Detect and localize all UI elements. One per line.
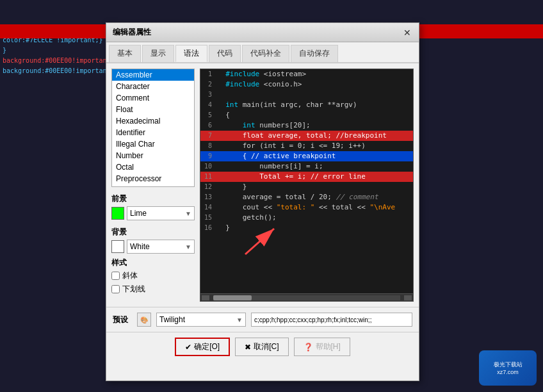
background-row: White ▼: [111, 240, 195, 254]
line-number: 3: [200, 90, 215, 100]
line-number: 9: [200, 151, 215, 161]
tab-bar: 基本 显示 语法 代码 代码补全 自动保存: [106, 42, 419, 63]
code-line-5: 5 {: [200, 110, 413, 120]
line-number: 11: [200, 172, 215, 182]
cancel-icon: ✖: [245, 343, 251, 352]
line-number: 1: [200, 69, 215, 79]
help-icon: ❓: [304, 343, 313, 352]
preset-extensions: c;cpp;h;hpp;cc;cxx;cp;hp;rh;fx;inl;tcc;w…: [254, 316, 371, 323]
list-item-octal[interactable]: Octal: [112, 161, 194, 173]
foreground-dropdown-value: Lime: [130, 209, 147, 218]
background-label: 背景: [111, 227, 195, 238]
preset-dropdown-value: Twilight: [159, 315, 185, 324]
code-scrollbar[interactable]: [200, 293, 413, 301]
tab-code[interactable]: 代码: [209, 45, 241, 62]
ok-button[interactable]: ✔ 确定[O]: [175, 338, 230, 356]
line-number: 4: [200, 100, 215, 110]
editor-properties-dialog: 编辑器属性 ✕ 基本 显示 语法 代码 代码补全 自动保存 Assembler …: [106, 22, 419, 381]
list-item-illegal-char[interactable]: Illegal Char: [112, 138, 194, 150]
code-line-7: 7 float average, total; //breakpoint: [200, 131, 413, 141]
code-line-10: 10 numbers[i] = i;: [200, 161, 413, 172]
dialog-titlebar: 编辑器属性 ✕: [106, 23, 419, 42]
code-preview-panel: 1 #include <iostream>2 #include <conio.h…: [200, 69, 414, 302]
list-item-number[interactable]: Number: [112, 150, 194, 161]
underline-checkbox[interactable]: [111, 285, 120, 293]
preset-icon: 🎨: [137, 313, 151, 327]
line-content: Total += i; // error line: [215, 172, 413, 182]
foreground-color-box: [111, 207, 124, 220]
line-content: cout << "total: " << total << "\nAve: [215, 202, 413, 213]
preset-extensions-box: c;cpp;h;hpp;cc;cxx;cp;hp;rh;fx;inl;tcc;w…: [251, 313, 412, 327]
tab-display[interactable]: 显示: [142, 45, 174, 62]
scroll-thumb[interactable]: [213, 295, 252, 300]
tab-autosave[interactable]: 自动保存: [291, 45, 338, 62]
line-number: 5: [200, 110, 215, 120]
underline-row: 下划线: [111, 284, 195, 295]
italic-label: 斜体: [122, 270, 138, 281]
code-line-4: 4 int main(int argc, char **argv): [200, 100, 413, 110]
background-dropdown-value: White: [130, 242, 150, 251]
line-number: 13: [200, 192, 215, 202]
code-line-8: 8 for (int i = 0; i <= 19; i++): [200, 141, 413, 151]
line-number: 6: [200, 120, 215, 131]
code-line-14: 14 cout << "total: " << total << "\nAve: [200, 202, 413, 213]
line-content: numbers[i] = i;: [215, 161, 413, 172]
list-item-reserved-word[interactable]: Reserved Word: [112, 184, 194, 187]
italic-row: 斜体: [111, 270, 195, 281]
dialog-close-button[interactable]: ✕: [402, 28, 412, 38]
syntax-type-panel: Assembler Character Comment Float Hexade…: [111, 69, 195, 302]
style-section: 样式 斜体 下划线: [111, 257, 195, 295]
code-line-11: 11 Total += i; // error line: [200, 172, 413, 182]
foreground-dropdown-arrow: ▼: [185, 210, 191, 217]
list-item-hexadecimal[interactable]: Hexadecimal: [112, 115, 194, 127]
tab-autocomplete[interactable]: 代码补全: [242, 45, 289, 62]
syntax-type-list[interactable]: Assembler Character Comment Float Hexade…: [111, 69, 195, 187]
ok-label: 确定[O]: [194, 341, 220, 352]
foreground-dropdown[interactable]: Lime ▼: [127, 206, 195, 220]
help-button[interactable]: ❓ 帮助[H]: [294, 338, 350, 356]
code-line-15: 15 getch();: [200, 213, 413, 223]
line-content: int main(int argc, char **argv): [215, 100, 413, 110]
list-item-assembler[interactable]: Assembler: [112, 69, 194, 81]
list-item-preprocessor[interactable]: Preprocessor: [112, 173, 194, 184]
background-dropdown[interactable]: White ▼: [127, 240, 195, 254]
code-line-3: 3: [200, 90, 413, 100]
cancel-button[interactable]: ✖ 取消[C]: [235, 338, 288, 356]
line-number: 10: [200, 161, 215, 172]
line-content: for (int i = 0; i <= 19; i++): [215, 141, 413, 151]
background-dropdown-arrow: ▼: [185, 243, 191, 250]
tab-syntax[interactable]: 语法: [175, 45, 207, 62]
line-number: 14: [200, 202, 215, 213]
line-number: 2: [200, 79, 215, 90]
line-content: float average, total; //breakpoint: [215, 131, 413, 141]
line-number: 8: [200, 141, 215, 151]
line-content: int numbers[20];: [215, 120, 413, 131]
ok-icon: ✔: [185, 343, 191, 352]
foreground-label: 前景: [111, 193, 195, 204]
italic-checkbox[interactable]: [111, 272, 120, 280]
background-color-box: [111, 240, 124, 253]
background-section: 背景 White ▼: [111, 227, 195, 254]
preset-dropdown[interactable]: Twilight ▼: [156, 313, 246, 327]
dialog-title: 编辑器属性: [113, 27, 151, 38]
code-line-1: 1 #include <iostream>: [200, 69, 413, 79]
list-item-character[interactable]: Character: [112, 81, 194, 92]
tab-basic[interactable]: 基本: [109, 45, 141, 62]
line-content: #include <conio.h>: [215, 79, 413, 90]
list-item-identifier[interactable]: Identifier: [112, 127, 194, 138]
help-label: 帮助[H]: [316, 341, 341, 352]
code-line-12: 12 }: [200, 182, 413, 192]
list-item-float[interactable]: Float: [112, 104, 194, 115]
list-item-comment[interactable]: Comment: [112, 92, 194, 104]
line-content: #include <iostream>: [215, 69, 413, 79]
button-bar: ✔ 确定[O] ✖ 取消[C] ❓ 帮助[H]: [106, 332, 419, 361]
code-lines: 1 #include <iostream>2 #include <conio.h…: [200, 69, 413, 233]
preset-section: 预设 🎨 Twilight ▼ c;cpp;h;hpp;cc;cxx;cp;hp…: [106, 307, 419, 332]
scroll-track[interactable]: [213, 295, 400, 300]
arrow-indicator: [239, 222, 284, 263]
preset-dropdown-arrow: ▼: [236, 316, 243, 323]
preset-label: 预设: [113, 314, 132, 325]
underline-label: 下划线: [122, 284, 145, 295]
watermark: 极光下载站xz7.com: [479, 350, 537, 386]
foreground-row: Lime ▼: [111, 206, 195, 220]
